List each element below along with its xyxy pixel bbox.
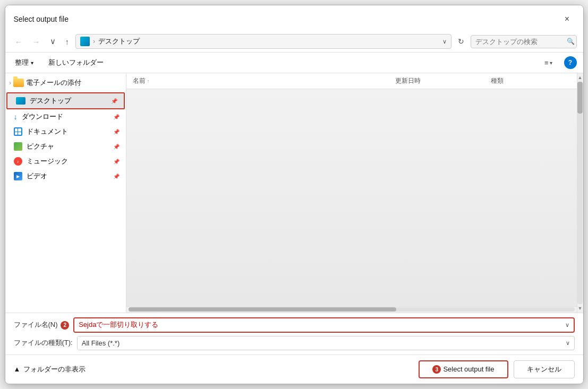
cancel-button[interactable]: キャンセル (514, 360, 575, 379)
horizontal-scrollbar[interactable] (126, 306, 577, 313)
video-icon: ▶ (14, 172, 22, 180)
col-header-name[interactable]: 名前 ↑ (133, 76, 395, 85)
file-name-label: ファイル名(N) 2 (14, 320, 70, 330)
folder-icon (13, 79, 24, 87)
pin-icon-picture: 📌 (113, 144, 120, 150)
col-header-date[interactable]: 更新日時 (395, 76, 491, 85)
download-icon: ↓ (14, 113, 18, 121)
back-button[interactable]: ← (12, 35, 26, 48)
desktop-icon (16, 97, 25, 105)
close-button[interactable]: × (560, 12, 575, 27)
sidebar-item-desktop[interactable]: デスクトップ 📌 (6, 92, 125, 109)
search-icon: 🔍 (567, 38, 575, 45)
confirm-button[interactable]: 3Select output file (419, 360, 508, 379)
sidebar-item-video[interactable]: ▶ ビデオ 📌 (5, 169, 126, 184)
confirm-label: Select output file (443, 365, 494, 373)
sidebar-item-label-document: ドキュメント (27, 127, 68, 136)
confirm-badge: 3 (432, 365, 441, 374)
sidebar: › 電子メールの添付 デスクトップ 📌 ↓ ダウンロード 📌 (5, 73, 126, 313)
organize-button[interactable]: 整理 ▾ (12, 56, 37, 70)
action-buttons: 3Select output file キャンセル (419, 360, 574, 379)
main-content: › 電子メールの添付 デスクトップ 📌 ↓ ダウンロード 📌 (5, 73, 583, 313)
file-name-input-wrapper: ∨ (73, 317, 574, 333)
scrollbar-thumb[interactable] (129, 307, 396, 312)
location-icon (80, 37, 90, 46)
file-name-dropdown-icon[interactable]: ∨ (561, 319, 574, 331)
organize-dropdown-icon: ▾ (31, 60, 33, 66)
search-bar: 🔍 (471, 35, 577, 48)
sidebar-item-document[interactable]: ドキュメント 📌 (5, 124, 126, 139)
picture-icon (14, 142, 22, 151)
file-list-area: 名前 ↑ 更新日時 種類 (126, 73, 577, 313)
file-list-body (126, 89, 577, 306)
sidebar-item-email[interactable]: › 電子メールの添付 (5, 75, 126, 90)
sidebar-item-label-email: 電子メールの添付 (26, 78, 81, 88)
chevron-right-icon: › (10, 80, 11, 86)
toggle-icon: ▲ (14, 365, 21, 373)
toolbar: 整理 ▾ 新しいフォルダー ≡ ▾ ? (5, 53, 583, 73)
bottom-bar: ファイル名(N) 2 ∨ ファイルの種類(T): ∨ (5, 313, 583, 355)
sidebar-group-parent: › 電子メールの添付 (5, 73, 126, 92)
vertical-scrollbar[interactable]: ▲ ▼ (577, 73, 583, 313)
file-name-row: ファイル名(N) 2 ∨ (14, 317, 575, 333)
sort-icon: ↑ (147, 79, 150, 84)
forward-button[interactable]: → (29, 35, 44, 48)
dialog: Select output file × ← → ∨ ↑ › デスクトップ ∨ … (5, 5, 584, 384)
new-folder-button[interactable]: 新しいフォルダー (45, 56, 107, 70)
sidebar-item-music[interactable]: ♪ ミュージック 📌 (5, 154, 126, 169)
sidebar-item-label-picture: ピクチャ (27, 142, 54, 151)
file-type-label: ファイルの種類(T): (14, 338, 73, 348)
title-bar: Select output file × (5, 5, 583, 31)
dropdown-button[interactable]: ∨ (47, 34, 59, 48)
search-input[interactable] (475, 38, 565, 46)
pin-icon-desktop: 📌 (111, 98, 117, 104)
pin-icon-music: 📌 (113, 159, 120, 165)
pin-icon-document: 📌 (113, 129, 120, 135)
pin-icon-download: 📌 (113, 114, 120, 120)
file-list-header: 名前 ↑ 更新日時 種類 (126, 73, 577, 89)
scrollbar-track (129, 307, 575, 312)
nav-bar: ← → ∨ ↑ › デスクトップ ∨ ↻ 🔍 (5, 31, 583, 53)
file-type-input-wrapper: ∨ (77, 336, 575, 350)
pin-icon-video: 📌 (113, 174, 120, 179)
location-dropdown-icon[interactable]: ∨ (442, 38, 447, 45)
location-text: デスクトップ (98, 37, 439, 46)
file-type-row: ファイルの種類(T): ∨ (14, 336, 575, 350)
location-bar[interactable]: › デスクトップ ∨ (75, 34, 451, 49)
toggle-folders-button[interactable]: ▲ フォルダーの非表示 (14, 365, 86, 374)
file-name-badge: 2 (61, 321, 69, 330)
scroll-up-button[interactable]: ▲ (577, 73, 583, 82)
up-button[interactable]: ↑ (62, 35, 73, 48)
view-icon: ≡ (544, 59, 549, 67)
dialog-title: Select output file (14, 15, 69, 23)
sidebar-item-download[interactable]: ↓ ダウンロード 📌 (5, 109, 126, 124)
view-dropdown-icon: ▾ (550, 60, 552, 66)
sidebar-item-label-download: ダウンロード (22, 112, 63, 122)
scroll-track (577, 82, 583, 304)
sidebar-item-picture[interactable]: ピクチャ 📌 (5, 139, 126, 154)
scroll-down-button[interactable]: ▼ (577, 304, 583, 313)
sidebar-item-label-music: ミュージック (27, 157, 68, 166)
document-icon (14, 127, 22, 136)
action-bar: ▲ フォルダーの非表示 3Select output file キャンセル (5, 355, 583, 384)
music-icon: ♪ (14, 157, 22, 166)
toggle-label: フォルダーの非表示 (23, 365, 86, 374)
col-header-type: 種類 (491, 76, 570, 85)
refresh-button[interactable]: ↻ (455, 35, 467, 48)
file-type-dropdown-icon[interactable]: ∨ (561, 337, 574, 349)
file-name-input[interactable] (74, 318, 560, 332)
sidebar-item-label-desktop: デスクトップ (30, 96, 71, 106)
file-type-input[interactable] (78, 336, 561, 350)
view-button[interactable]: ≡ ▾ (541, 57, 556, 69)
help-button[interactable]: ? (564, 56, 577, 69)
breadcrumb-separator: › (93, 38, 95, 45)
scroll-thumb[interactable] (577, 82, 583, 114)
sidebar-item-label-video: ビデオ (27, 171, 47, 181)
organize-label: 整理 (15, 58, 29, 67)
